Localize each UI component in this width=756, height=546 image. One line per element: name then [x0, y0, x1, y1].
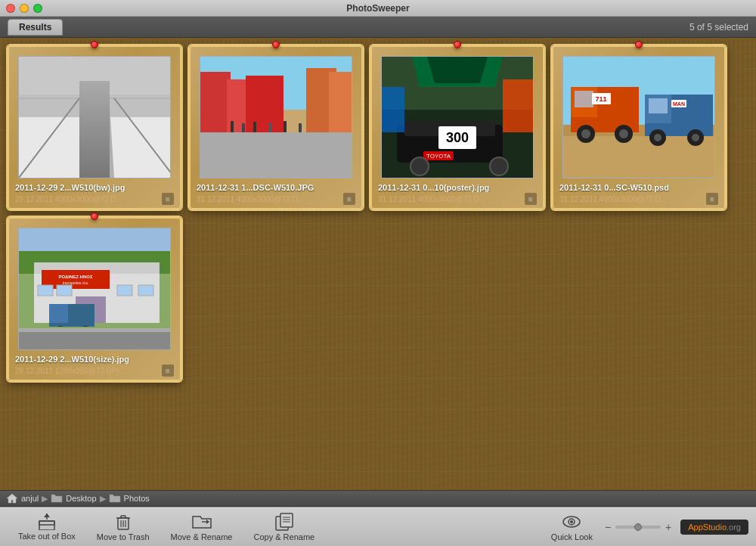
- photo-card[interactable]: ΡΟΔΙΝΕΖ ΗΝΟΣ transporles d.a.: [8, 217, 181, 381]
- photo-meta: 31.12.2011 4000x3000@72 D...: [197, 193, 355, 205]
- svg-point-34: [490, 157, 508, 175]
- info-icon[interactable]: [162, 365, 174, 377]
- svg-rect-5: [19, 57, 170, 95]
- photo-image-container: 300 TOYOTA: [381, 56, 534, 178]
- svg-rect-70: [138, 285, 153, 296]
- photo-filename: 2011-12-29 2...W510(bw).jpg: [15, 183, 174, 192]
- photo-card[interactable]: 711 MAN 2011-12-: [552, 45, 726, 209]
- svg-marker-79: [7, 494, 17, 503]
- photo-info: 2011-12-29 2...W510(bw).jpg 29.12.2011 4…: [9, 178, 180, 208]
- svg-point-33: [411, 157, 429, 175]
- photo-info: 2011-12-31 1...DSC-W510.JPG 31.12.2011 4…: [191, 178, 361, 208]
- breadcrumb-sep-2: ▶: [100, 494, 106, 504]
- close-button[interactable]: [6, 4, 15, 13]
- svg-rect-95: [280, 513, 293, 527]
- photo-image-container: ΡΟΔΙΝΕΖ ΗΝΟΣ transporles d.a.: [18, 228, 171, 350]
- photo-card[interactable]: 300 TOYOTA 2011-12-31 0...10(poster).jpg: [370, 45, 544, 209]
- svg-rect-35: [503, 79, 533, 132]
- photo-meta-text: 31.12.2011 4000x3000@72 D...: [197, 195, 340, 203]
- svg-rect-11: [200, 72, 231, 140]
- photo-info: 2011-12-31 0...10(poster).jpg 31.12.2011…: [372, 178, 543, 208]
- move-trash-label: Move to Trash: [97, 532, 150, 541]
- home-icon: [6, 493, 18, 504]
- titlebar: PhotoSweeper: [0, 0, 756, 17]
- photo-meta-text: 29.12.2011 1280x960@72 DPI...: [15, 367, 159, 375]
- svg-rect-81: [39, 521, 54, 525]
- svg-text:300: 300: [446, 130, 469, 145]
- photo-thumbnail: ΡΟΔΙΝΕΖ ΗΝΟΣ transporles d.a.: [19, 228, 170, 349]
- photo-meta: 29.12.2011 4000x3000@72 D...: [15, 193, 174, 205]
- maximize-button[interactable]: [33, 4, 42, 13]
- zoom-plus[interactable]: +: [664, 521, 673, 533]
- move-trash-button[interactable]: Move to Trash: [86, 510, 160, 544]
- breadcrumb-bar: anjul ▶ Desktop ▶ Photos: [0, 490, 756, 507]
- photo-thumbnail: [200, 57, 352, 178]
- svg-rect-77: [19, 330, 170, 349]
- photo-thumbnail: 300 TOYOTA: [382, 57, 533, 178]
- svg-text:transporles d.a.: transporles d.a.: [63, 281, 88, 285]
- breadcrumb-sep-1: ▶: [42, 494, 48, 504]
- svg-rect-19: [253, 122, 256, 132]
- svg-rect-67: [38, 285, 53, 296]
- photo-image-container: [18, 56, 171, 178]
- main-content: 2011-12-29 2...W510(bw).jpg 29.12.2011 4…: [0, 38, 756, 490]
- photo-meta: 29.12.2011 1280x960@72 DPI...: [15, 365, 174, 377]
- svg-text:MAN: MAN: [673, 101, 685, 107]
- photo-meta: 31.12.2011 4000x3000@72 D...: [559, 193, 718, 205]
- svg-rect-22: [299, 123, 302, 132]
- breadcrumb-home[interactable]: anjul: [21, 494, 39, 503]
- svg-rect-78: [19, 328, 170, 332]
- copy-rename-button[interactable]: Copy & Rename: [243, 510, 325, 544]
- info-icon[interactable]: [706, 193, 718, 205]
- svg-rect-68: [57, 285, 72, 296]
- photo-meta: 31.12.2011 4000x3000@72 D...: [378, 193, 537, 205]
- photo-pin: [91, 41, 98, 48]
- photo-card[interactable]: 2011-12-31 1...DSC-W510.JPG 31.12.2011 4…: [189, 45, 363, 209]
- zoom-control[interactable]: − +: [603, 521, 673, 533]
- svg-rect-21: [284, 121, 287, 132]
- photo-pin: [272, 41, 280, 48]
- quick-look-label: Quick Look: [551, 532, 593, 541]
- info-icon[interactable]: [343, 193, 355, 205]
- copy-rename-icon: [274, 513, 295, 531]
- photo-image-container: 711 MAN: [562, 56, 715, 178]
- svg-text:711: 711: [595, 95, 606, 103]
- quick-look-button[interactable]: Quick Look: [541, 510, 603, 544]
- svg-marker-93: [206, 520, 209, 524]
- photo-card[interactable]: 2011-12-29 2...W510(bw).jpg 29.12.2011 4…: [8, 45, 181, 209]
- move-rename-button[interactable]: Move & Rename: [160, 510, 243, 544]
- minimize-button[interactable]: [20, 4, 29, 13]
- info-icon[interactable]: [525, 193, 537, 205]
- svg-rect-52: [649, 98, 668, 113]
- appstudio-logo: AppStudio.org: [680, 520, 748, 535]
- zoom-minus[interactable]: −: [603, 521, 612, 533]
- svg-rect-73: [49, 304, 68, 323]
- svg-point-47: [619, 129, 628, 138]
- folder-icon-2: [109, 494, 121, 503]
- breadcrumb-desktop[interactable]: Desktop: [66, 494, 96, 503]
- breadcrumb-photos[interactable]: Photos: [124, 494, 150, 503]
- photo-info: 2011-12-29 2...W510(size).jpg 29.12.2011…: [9, 350, 180, 380]
- photo-meta-text: 31.12.2011 4000x3000@72 D...: [378, 195, 522, 203]
- trash-icon: [114, 513, 132, 531]
- results-tab[interactable]: Results: [8, 19, 63, 36]
- zoom-slider[interactable]: [615, 526, 661, 529]
- traffic-lights: [6, 4, 42, 13]
- photo-filename: 2011-12-29 2...W510(size).jpg: [15, 355, 174, 364]
- quick-look-icon: [561, 513, 582, 531]
- svg-point-55: [654, 134, 662, 141]
- photos-grid: 2011-12-29 2...W510(bw).jpg 29.12.2011 4…: [0, 38, 756, 389]
- photo-image-container: [200, 56, 352, 178]
- svg-rect-36: [382, 87, 404, 132]
- take-out-button[interactable]: Take out of Box: [8, 510, 86, 544]
- toolbar: Take out of Box Move to Trash Move & Ren…: [0, 507, 756, 546]
- info-icon[interactable]: [162, 193, 174, 205]
- move-rename-icon: [191, 513, 212, 531]
- take-out-icon: [36, 513, 57, 530]
- svg-point-46: [581, 129, 590, 138]
- resultsbar: Results 5 of 5 selected: [0, 17, 756, 38]
- photo-pin: [454, 41, 461, 48]
- svg-rect-17: [231, 121, 234, 132]
- svg-rect-18: [242, 123, 245, 132]
- svg-point-56: [692, 134, 699, 141]
